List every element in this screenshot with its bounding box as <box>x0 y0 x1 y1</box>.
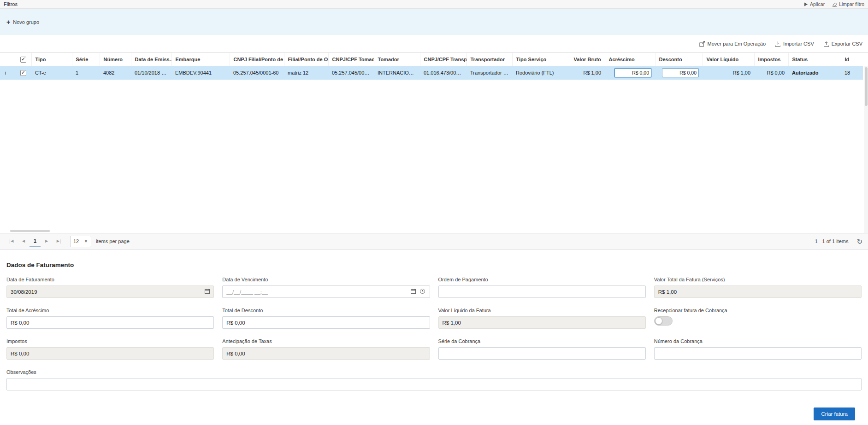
ordem-pagamento-input[interactable] <box>438 285 646 298</box>
row-checkbox[interactable] <box>20 70 26 76</box>
eraser-icon <box>832 2 837 7</box>
move-to-operation-button[interactable]: Mover para Em Operação <box>699 41 766 47</box>
data-faturamento-label: Data de Faturamento <box>6 277 214 282</box>
vertical-scrollbar[interactable] <box>864 66 868 233</box>
refresh-button[interactable]: ↻ <box>856 238 862 245</box>
current-page-button[interactable]: 1 <box>30 236 41 247</box>
serie-cobranca-input[interactable] <box>438 347 646 360</box>
filters-bar: Filtros Aplicar Limpar filtro <box>0 0 868 9</box>
field-recepcionar: Recepcionar fatura de Cobrança <box>654 308 862 329</box>
column-header-tipo[interactable]: Tipo <box>31 53 72 66</box>
export-csv-label: Exportar CSV <box>832 41 862 47</box>
clear-filter-button[interactable]: Limpar filtro <box>832 1 864 7</box>
status-badge: Autorizado <box>788 66 841 80</box>
last-page-button[interactable]: ▶ <box>53 236 65 247</box>
field-total-desconto: Total de Desconto <box>222 308 430 329</box>
column-header-numero[interactable]: Número <box>100 53 131 66</box>
column-header-cnpj-filial[interactable]: CNPJ Filial/Ponto de ... <box>230 53 284 66</box>
field-total-acrescimo: Total de Acréscimo <box>6 308 214 329</box>
column-header-embarque[interactable]: Embarque <box>171 53 230 66</box>
field-valor-liquido: Valor Líquido da Fatura <box>438 308 646 329</box>
prev-page-button[interactable]: ◀ <box>18 236 30 247</box>
last-page-bar-icon <box>60 239 61 244</box>
column-header-filial[interactable]: Filial/Ponto de O... <box>284 53 328 66</box>
observacoes-label: Observações <box>6 369 862 375</box>
field-ordem-pagamento: Ordem de Pagamento <box>438 277 646 298</box>
column-header-status[interactable]: Status <box>788 53 841 66</box>
expand-row-cell[interactable]: + <box>0 66 17 80</box>
import-csv-button[interactable]: Importar CSV <box>775 41 814 47</box>
column-header-desconto[interactable]: Desconto <box>655 53 703 66</box>
total-acrescimo-label: Total de Acréscimo <box>6 308 214 313</box>
cell-cnpj-transportador: 01.016.473/0001-40 <box>420 66 466 80</box>
cell-acrescimo <box>605 66 655 80</box>
calendar-icon[interactable] <box>204 288 210 295</box>
cell-impostos: R$ 0,00 <box>754 66 788 80</box>
cell-valor-liquido: R$ 1,00 <box>703 66 754 80</box>
valor-total-label: Valor Total da Fatura (Serviços) <box>654 277 862 282</box>
clock-icon[interactable] <box>419 288 425 295</box>
row-checkbox-cell[interactable] <box>17 66 31 80</box>
observacoes-input[interactable] <box>6 378 862 390</box>
column-header-tomador[interactable]: Tomador <box>374 53 420 66</box>
filters-actions: Aplicar Limpar filtro <box>804 1 864 7</box>
move-window-icon <box>699 41 705 47</box>
horizontal-scrollbar-thumb[interactable] <box>10 230 50 232</box>
select-all-checkbox[interactable] <box>20 57 26 63</box>
cell-embarque: EMBDEV.90441 <box>171 66 230 80</box>
total-desconto-label: Total de Desconto <box>222 308 430 313</box>
import-csv-label: Importar CSV <box>783 41 814 47</box>
data-grid: Tipo Série Número Data de Emiss... Embar… <box>0 52 868 233</box>
new-group-label: Novo grupo <box>13 19 39 25</box>
calendar-icon[interactable] <box>410 288 416 295</box>
app-root: Filtros Aplicar Limpar filtro + Novo gru… <box>0 0 868 425</box>
ordem-pagamento-label: Ordem de Pagamento <box>438 277 646 282</box>
first-page-icon: ◀ <box>11 239 13 243</box>
vertical-scrollbar-thumb[interactable] <box>865 67 868 106</box>
page-size-select[interactable]: 12 ▼ <box>70 236 91 247</box>
field-observacoes: Observações <box>6 369 862 390</box>
acrescimo-input[interactable] <box>614 68 651 77</box>
apply-filter-button[interactable]: Aplicar <box>804 1 825 7</box>
column-header-valor-liquido[interactable]: Valor Líquido <box>703 53 754 66</box>
new-group-button[interactable]: + Novo grupo <box>6 19 39 25</box>
total-acrescimo-input[interactable] <box>6 316 214 329</box>
impostos-label: Impostos <box>6 338 214 344</box>
field-impostos: Impostos <box>6 338 214 360</box>
form-footer: Criar fatura <box>6 400 862 420</box>
plus-icon: + <box>6 19 10 25</box>
column-header-transportador[interactable]: Transportador <box>466 53 512 66</box>
cell-cnpj-tomador: 05.257.045/0001-60 <box>328 66 374 80</box>
antecipacao-label: Antecipação de Taxas <box>222 338 430 344</box>
first-page-button[interactable]: ◀ <box>6 236 18 247</box>
column-header-serie[interactable]: Série <box>72 53 100 66</box>
page-size-value: 12 <box>73 239 79 244</box>
column-header-data-emissao[interactable]: Data de Emiss... <box>131 53 171 66</box>
column-header-impostos[interactable]: Impostos <box>754 53 788 66</box>
desconto-input[interactable] <box>662 68 699 77</box>
next-page-button[interactable]: ▶ <box>41 236 53 247</box>
table-row[interactable]: + CT-e 1 4082 01/10/2018 11:07 EMBDEV.90… <box>0 66 863 80</box>
column-header-id[interactable]: Id <box>841 53 863 66</box>
cell-tomador: INTERNACIONAL E ... <box>374 66 420 80</box>
expand-column-header <box>0 53 17 66</box>
total-desconto-input[interactable] <box>222 316 430 329</box>
expand-row-icon[interactable]: + <box>4 70 7 76</box>
column-header-cnpj-tomador[interactable]: CNPJ/CPF Tomador <box>328 53 374 66</box>
data-vencimento-input[interactable] <box>222 285 430 298</box>
column-header-cnpj-transportador[interactable]: CNPJ/CPF Transp... <box>420 53 466 66</box>
column-header-acrescimo[interactable]: Acréscimo <box>605 53 655 66</box>
column-header-valor-bruto[interactable]: Valor Bruto <box>570 53 605 66</box>
play-icon <box>804 2 808 6</box>
refresh-icon: ↻ <box>856 238 862 245</box>
select-all-header[interactable] <box>17 53 31 66</box>
field-antecipacao: Antecipação de Taxas <box>222 338 430 360</box>
recepcionar-toggle[interactable] <box>654 316 673 326</box>
numero-cobranca-input[interactable] <box>654 347 862 360</box>
filters-title: Filtros <box>4 1 18 7</box>
column-header-tipo-servico[interactable]: Tipo Serviço <box>512 53 570 66</box>
billing-form: Data de Faturamento Data de Vencimento <box>6 277 862 400</box>
numero-cobranca-label: Número da Cobrança <box>654 338 862 344</box>
criar-fatura-button[interactable]: Criar fatura <box>814 408 855 420</box>
export-csv-button[interactable]: Exportar CSV <box>823 41 862 47</box>
